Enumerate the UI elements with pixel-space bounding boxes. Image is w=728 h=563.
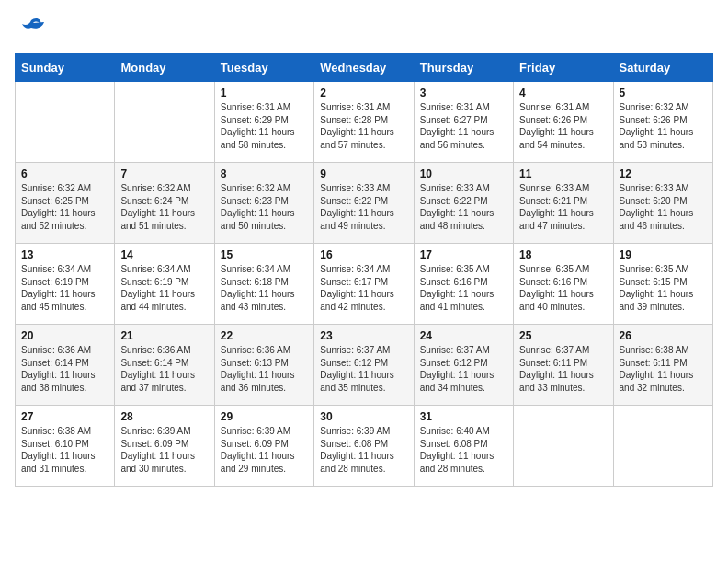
calendar-week-row: 27Sunrise: 6:38 AM Sunset: 6:10 PM Dayli… [16,406,713,487]
day-number: 31 [420,410,507,423]
day-of-week-header: Friday [514,54,613,82]
calendar-header-row: SundayMondayTuesdayWednesdayThursdayFrid… [16,54,713,82]
calendar-day-cell: 25Sunrise: 6:37 AM Sunset: 6:11 PM Dayli… [514,325,613,406]
day-info: Sunrise: 6:32 AM Sunset: 6:24 PM Dayligh… [120,182,208,232]
calendar-day-cell: 29Sunrise: 6:39 AM Sunset: 6:09 PM Dayli… [214,406,313,487]
calendar-day-cell [16,82,115,163]
calendar-day-cell: 6Sunrise: 6:32 AM Sunset: 6:25 PM Daylig… [16,163,115,244]
day-number: 14 [120,248,208,261]
calendar-day-cell: 21Sunrise: 6:36 AM Sunset: 6:14 PM Dayli… [115,325,214,406]
calendar-day-cell: 12Sunrise: 6:33 AM Sunset: 6:20 PM Dayli… [613,163,712,244]
calendar-day-cell: 15Sunrise: 6:34 AM Sunset: 6:18 PM Dayli… [214,244,313,325]
day-number: 23 [320,329,407,342]
day-info: Sunrise: 6:35 AM Sunset: 6:15 PM Dayligh… [620,263,707,313]
day-number: 7 [120,167,208,180]
day-info: Sunrise: 6:39 AM Sunset: 6:09 PM Dayligh… [120,425,208,475]
day-info: Sunrise: 6:36 AM Sunset: 6:14 PM Dayligh… [21,344,108,394]
day-info: Sunrise: 6:33 AM Sunset: 6:22 PM Dayligh… [320,182,407,232]
calendar-day-cell [514,406,613,487]
day-info: Sunrise: 6:34 AM Sunset: 6:19 PM Dayligh… [21,263,108,313]
day-number: 21 [120,329,208,342]
calendar-day-cell: 16Sunrise: 6:34 AM Sunset: 6:17 PM Dayli… [314,244,414,325]
day-info: Sunrise: 6:31 AM Sunset: 6:27 PM Dayligh… [420,101,507,151]
day-number: 17 [420,248,507,261]
day-number: 2 [320,86,407,99]
day-info: Sunrise: 6:38 AM Sunset: 6:11 PM Dayligh… [620,344,707,394]
day-number: 20 [21,329,108,342]
day-info: Sunrise: 6:37 AM Sunset: 6:11 PM Dayligh… [519,344,607,394]
calendar-week-row: 1Sunrise: 6:31 AM Sunset: 6:29 PM Daylig… [16,82,713,163]
calendar-day-cell: 2Sunrise: 6:31 AM Sunset: 6:28 PM Daylig… [314,82,414,163]
day-of-week-header: Tuesday [214,54,313,82]
day-info: Sunrise: 6:32 AM Sunset: 6:25 PM Dayligh… [21,182,108,232]
day-info: Sunrise: 6:34 AM Sunset: 6:17 PM Dayligh… [320,263,407,313]
calendar-day-cell: 20Sunrise: 6:36 AM Sunset: 6:14 PM Dayli… [16,325,115,406]
calendar-day-cell [115,82,214,163]
day-number: 29 [221,410,308,423]
day-number: 27 [21,410,108,423]
day-info: Sunrise: 6:32 AM Sunset: 6:26 PM Dayligh… [620,101,707,151]
calendar-table: SundayMondayTuesdayWednesdayThursdayFrid… [15,53,713,487]
calendar-day-cell: 19Sunrise: 6:35 AM Sunset: 6:15 PM Dayli… [613,244,712,325]
calendar-day-cell: 1Sunrise: 6:31 AM Sunset: 6:29 PM Daylig… [214,82,313,163]
calendar-container: SundayMondayTuesdayWednesdayThursdayFrid… [0,0,728,501]
day-info: Sunrise: 6:31 AM Sunset: 6:29 PM Dayligh… [221,101,308,151]
calendar-day-cell: 5Sunrise: 6:32 AM Sunset: 6:26 PM Daylig… [613,82,712,163]
calendar-day-cell: 30Sunrise: 6:39 AM Sunset: 6:08 PM Dayli… [314,406,414,487]
day-info: Sunrise: 6:39 AM Sunset: 6:09 PM Dayligh… [221,425,308,475]
logo-bird-icon [18,15,44,40]
day-info: Sunrise: 6:37 AM Sunset: 6:12 PM Dayligh… [320,344,407,394]
day-number: 26 [620,329,707,342]
calendar-day-cell: 8Sunrise: 6:32 AM Sunset: 6:23 PM Daylig… [214,163,313,244]
calendar-day-cell: 10Sunrise: 6:33 AM Sunset: 6:22 PM Dayli… [414,163,513,244]
day-info: Sunrise: 6:33 AM Sunset: 6:22 PM Dayligh… [420,182,507,232]
day-number: 6 [21,167,108,180]
day-number: 5 [620,86,707,99]
calendar-day-cell: 13Sunrise: 6:34 AM Sunset: 6:19 PM Dayli… [16,244,115,325]
day-of-week-header: Thursday [414,54,513,82]
day-number: 9 [320,167,407,180]
day-info: Sunrise: 6:35 AM Sunset: 6:16 PM Dayligh… [519,263,607,313]
day-of-week-header: Saturday [613,54,712,82]
calendar-day-cell: 7Sunrise: 6:32 AM Sunset: 6:24 PM Daylig… [115,163,214,244]
calendar-day-cell: 23Sunrise: 6:37 AM Sunset: 6:12 PM Dayli… [314,325,414,406]
calendar-day-cell: 4Sunrise: 6:31 AM Sunset: 6:26 PM Daylig… [514,82,613,163]
day-number: 18 [519,248,607,261]
day-number: 22 [221,329,308,342]
day-info: Sunrise: 6:36 AM Sunset: 6:14 PM Dayligh… [120,344,208,394]
day-info: Sunrise: 6:31 AM Sunset: 6:28 PM Dayligh… [320,101,407,151]
day-of-week-header: Wednesday [314,54,414,82]
day-number: 25 [519,329,607,342]
day-number: 19 [620,248,707,261]
day-info: Sunrise: 6:39 AM Sunset: 6:08 PM Dayligh… [320,425,407,475]
calendar-day-cell: 31Sunrise: 6:40 AM Sunset: 6:08 PM Dayli… [414,406,513,487]
day-number: 16 [320,248,407,261]
calendar-day-cell: 22Sunrise: 6:36 AM Sunset: 6:13 PM Dayli… [214,325,313,406]
day-info: Sunrise: 6:36 AM Sunset: 6:13 PM Dayligh… [221,344,308,394]
calendar-day-cell [613,406,712,487]
calendar-week-row: 20Sunrise: 6:36 AM Sunset: 6:14 PM Dayli… [16,325,713,406]
calendar-day-cell: 3Sunrise: 6:31 AM Sunset: 6:27 PM Daylig… [414,82,513,163]
day-info: Sunrise: 6:34 AM Sunset: 6:18 PM Dayligh… [221,263,308,313]
day-number: 28 [120,410,208,423]
day-number: 8 [221,167,308,180]
calendar-day-cell: 24Sunrise: 6:37 AM Sunset: 6:12 PM Dayli… [414,325,513,406]
day-number: 10 [420,167,507,180]
calendar-day-cell: 26Sunrise: 6:38 AM Sunset: 6:11 PM Dayli… [613,325,712,406]
header [15,15,713,40]
day-of-week-header: Monday [115,54,214,82]
day-info: Sunrise: 6:32 AM Sunset: 6:23 PM Dayligh… [221,182,308,232]
day-info: Sunrise: 6:34 AM Sunset: 6:19 PM Dayligh… [120,263,208,313]
day-number: 11 [519,167,607,180]
day-number: 30 [320,410,407,423]
day-info: Sunrise: 6:33 AM Sunset: 6:20 PM Dayligh… [620,182,707,232]
calendar-day-cell: 14Sunrise: 6:34 AM Sunset: 6:19 PM Dayli… [115,244,214,325]
day-number: 13 [21,248,108,261]
day-number: 15 [221,248,308,261]
day-info: Sunrise: 6:31 AM Sunset: 6:26 PM Dayligh… [519,101,607,151]
day-number: 1 [221,86,308,99]
calendar-day-cell: 17Sunrise: 6:35 AM Sunset: 6:16 PM Dayli… [414,244,513,325]
day-info: Sunrise: 6:38 AM Sunset: 6:10 PM Dayligh… [21,425,108,475]
day-of-week-header: Sunday [16,54,115,82]
day-info: Sunrise: 6:35 AM Sunset: 6:16 PM Dayligh… [420,263,507,313]
